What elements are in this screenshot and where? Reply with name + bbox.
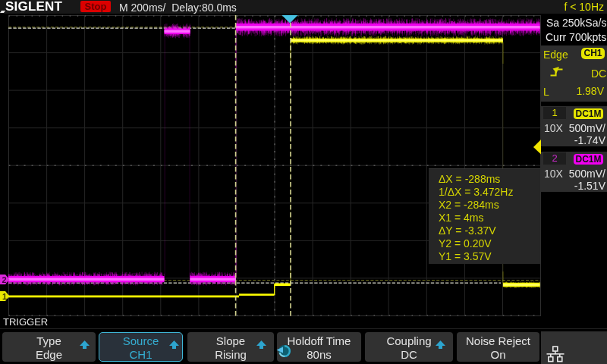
svg-text:2: 2 [2,275,7,284]
svg-text:1: 1 [2,292,7,301]
